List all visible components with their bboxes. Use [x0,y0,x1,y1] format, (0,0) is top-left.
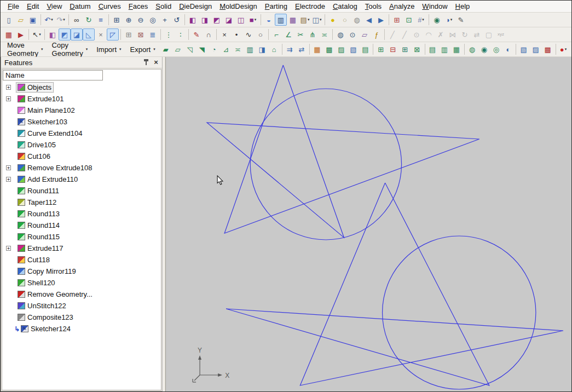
tree-row-extrude117[interactable]: +Extrude117 [2,243,161,254]
regen-icon[interactable]: ↻ [83,14,95,26]
menu-item-solid[interactable]: Solid [152,1,175,11]
check-faces-icon[interactable]: ▧ [518,43,530,55]
extend-face-icon[interactable]: ⇉ [284,43,296,55]
stitch-faces-icon[interactable]: ▦ [311,43,323,55]
tree-item-objects[interactable]: Objects [16,83,53,92]
active-display-mode-icon[interactable]: ▥ [275,14,287,26]
two-rail-sweep-icon[interactable]: ▰ [160,43,172,55]
tree-row-remove-geometry[interactable]: Remove Geometry... [2,289,161,300]
fillet-curve-icon[interactable]: ⌐ [270,28,282,41]
bulb-on-icon[interactable]: ● [327,14,339,26]
tree-row-shell120[interactable]: Shell120 [2,277,161,289]
copy-layer-icon[interactable]: ⊞ [399,43,411,55]
tree-item-sketcher103[interactable]: ✎Sketcher103 [16,117,69,126]
tree-row-composite123[interactable]: Composite123 [2,312,161,323]
zoom-all-icon[interactable]: ◎ [147,14,159,26]
tree-item-taper112[interactable]: Taper112 [16,198,58,207]
copy-geometry-button[interactable]: Copy Geometry▾ [48,43,93,55]
menu-item-electrode[interactable]: Electrode [291,1,329,11]
menu-item-datum[interactable]: Datum [66,1,94,11]
graphics-canvas[interactable]: YX [166,57,571,391]
sketch-circle[interactable] [250,89,401,240]
zoom-in-icon[interactable]: ⊕ [123,14,135,26]
green-sheet3-icon[interactable]: ▦ [450,43,463,55]
tree-row-round111[interactable]: Round111 [2,185,161,197]
offset-curve-icon[interactable]: ≍ [319,28,331,41]
tree-item-main-plane102[interactable]: Main Plane102 [16,106,77,115]
filter-sketch-icon[interactable]: ◸ [107,28,119,41]
lamp-icon[interactable]: ◍ [351,14,363,26]
paint-icon[interactable]: ◑▾ [443,14,455,26]
tree-item-round114[interactable]: Round114 [16,221,61,230]
menu-item-window[interactable]: Window [418,1,451,11]
point-cross-icon[interactable]: × [218,28,230,41]
bundle-icon[interactable]: ≣ [147,28,159,41]
menu-item-help[interactable]: Help [452,1,474,11]
menu-item-curves[interactable]: Curves [95,1,125,11]
expander-plus-icon[interactable]: + [6,165,11,170]
pin-icon[interactable] [142,59,150,66]
tree-row-taper112[interactable]: Taper112 [2,197,161,208]
open-folder-icon[interactable]: ▱ [15,14,27,26]
tree-item-round115[interactable]: Round115 [16,232,61,241]
pick-clear-icon[interactable]: ▶ [15,28,27,41]
tree-item-extrude117[interactable]: Extrude117 [16,244,65,253]
menu-item-edit[interactable]: Edit [23,1,43,11]
face-circle4-icon[interactable]: ◐ [502,43,514,55]
xyz-gray-icon[interactable]: xyz [495,28,507,41]
tree-item-cut118[interactable]: Cut118 [16,255,51,264]
simplify-faces-icon[interactable]: ▧ [347,43,359,55]
iso-view-cube-icon[interactable]: ◧ [187,14,199,26]
filter-face-icon[interactable]: ◪ [71,28,83,41]
chamfer-curve-icon[interactable]: ∠ [282,28,294,41]
swept-surface-icon[interactable]: ◥ [196,43,208,55]
tree-item-remove-geometry[interactable]: Remove Geometry... [16,290,94,299]
tree-row-objects[interactable]: +Objects [2,82,161,93]
menu-item-catalog[interactable]: Catalog [329,1,361,11]
back-view-cube-icon[interactable]: ◫ [235,14,247,26]
unstitch-faces-icon[interactable]: ▩ [323,43,335,55]
move-geometry-button[interactable]: Move Geometry▾ [3,43,48,55]
drip2-icon[interactable]: ∶ [175,28,187,41]
globe-icon[interactable]: ◉ [431,14,443,26]
sketch-polyline[interactable] [226,183,563,385]
menu-item-analyze[interactable]: Analyze [385,1,418,11]
new-doc-icon[interactable]: ▯ [3,14,15,26]
tree-row-unstitch122[interactable]: UnStitch122 [2,300,161,312]
bulb-off-icon[interactable]: ○ [339,14,351,26]
line2-gray-icon[interactable]: ╱ [398,28,411,41]
tree-item-shell120[interactable]: Shell120 [16,278,57,287]
tree-item-copy-mirror119[interactable]: Copy Mirror119 [16,267,78,276]
expander-plus-icon[interactable]: + [6,85,11,90]
tree-item-sketcher124[interactable]: ✎Sketcher124 [20,324,72,333]
menu-item-tools[interactable]: Tools [361,1,385,11]
menu-item-view[interactable]: View [43,1,66,11]
line-gray-icon[interactable]: ╱ [386,28,398,41]
rotate-view-icon[interactable]: ↺ [171,14,183,26]
red-dot-icon[interactable]: ●▾ [557,43,569,55]
tree-row-copy-mirror119[interactable]: Copy Mirror119 [2,266,161,277]
tree-row-round115[interactable]: Round115 [2,231,161,243]
remove-layer-icon[interactable]: ⊟ [387,43,399,55]
ref-circle-icon[interactable]: ⊙ [346,28,359,41]
split-face-icon[interactable]: ⇄ [296,43,308,55]
tree-row-curve-extend104[interactable]: Curve Extend104 [2,128,161,139]
tree-item-curve-extend104[interactable]: Curve Extend104 [16,129,84,138]
extruded-surface-icon[interactable]: ⊿ [220,43,232,55]
pick-face-icon[interactable]: ▦ [3,28,15,41]
face-circle2-icon[interactable]: ◉ [478,43,490,55]
next-view-icon[interactable]: ▶ [375,14,387,26]
menu-item-molddesign[interactable]: MoldDesign [216,1,261,11]
view-list-icon[interactable]: ◫▾ [311,14,323,26]
match-faces-icon[interactable]: ▤ [359,43,371,55]
half-section-icon[interactable]: ◒ [263,14,275,26]
tree-row-extrude101[interactable]: +Extrude101 [2,93,161,105]
arc-pen-icon[interactable]: ∩ [203,28,215,41]
point-dot-icon[interactable]: • [230,28,242,41]
tree-row-main-plane102[interactable]: Main Plane102 [2,105,161,116]
tree-row-drive105[interactable]: Drive105 [2,139,161,151]
copy-geom-icon[interactable]: ⊞ [123,28,135,41]
redo-icon[interactable]: ↷▾ [55,14,67,26]
n-sided-surface-icon[interactable]: ⌂ [268,43,280,55]
prev-view-icon[interactable]: ◀ [363,14,375,26]
